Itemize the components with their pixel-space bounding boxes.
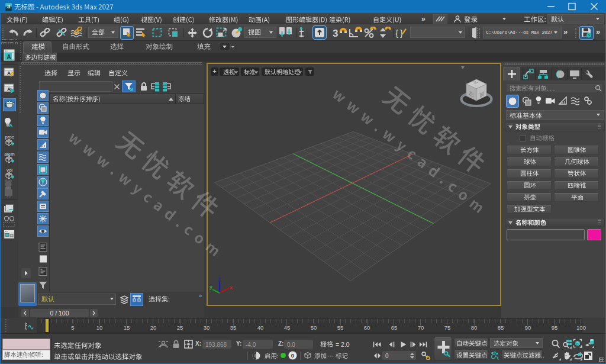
svg-text:A: A <box>9 123 13 128</box>
svg-text:⋯: ⋯ <box>328 353 334 359</box>
svg-text:x: x <box>230 285 233 291</box>
svg-text:A: A <box>7 54 11 60</box>
svg-text:3: 3 <box>7 3 10 9</box>
svg-text:A: A <box>7 70 11 76</box>
svg-text:= 2.0: = 2.0 <box>336 341 350 348</box>
svg-text:vol: vol <box>7 167 12 173</box>
svg-text:alem: alem <box>4 152 15 157</box>
svg-text:{ }: { } <box>395 28 403 38</box>
svg-text:A: A <box>7 86 11 92</box>
svg-text:0: 0 <box>291 352 294 359</box>
svg-text:..: .. <box>541 352 544 359</box>
svg-text:z: z <box>218 277 221 282</box>
svg-text:proc: proc <box>5 134 14 140</box>
svg-text:3: 3 <box>333 28 338 39</box>
svg-text:y: y <box>209 284 212 290</box>
